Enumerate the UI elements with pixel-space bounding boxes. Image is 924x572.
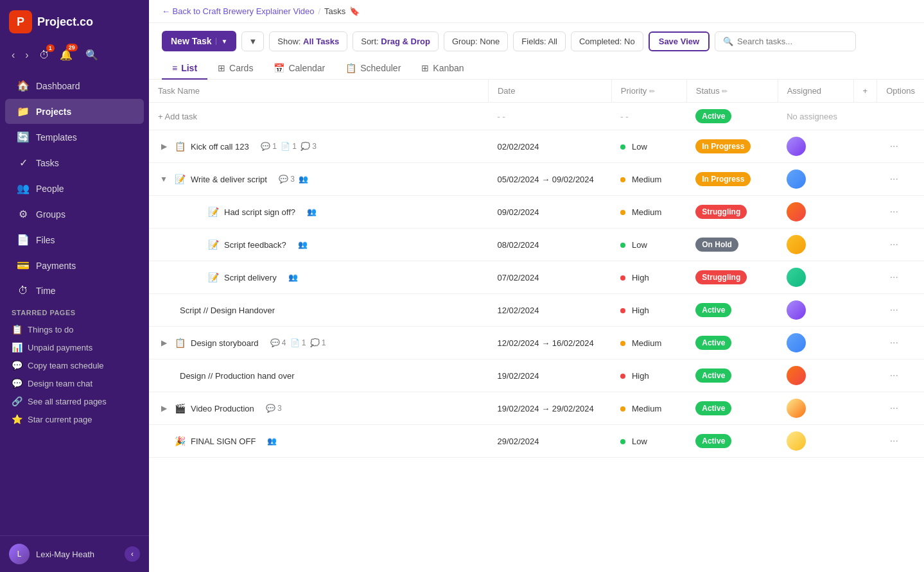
task-table: Task Name Date Priority ✏ Status ✏ Ass — [149, 80, 924, 458]
table-row: 📝 Had script sign off? 👥 09/02/2024 Medi… — [149, 196, 924, 229]
task-icon: 🎉 — [175, 436, 186, 446]
sidebar-item-tasks[interactable]: ✓ Tasks — [5, 150, 144, 175]
row-options-button[interactable]: ··· — [886, 401, 902, 415]
save-view-button[interactable]: Save View — [649, 31, 710, 51]
task-extra-cell — [853, 163, 877, 196]
collapse-sidebar-button[interactable]: ‹ — [125, 546, 140, 562]
task-table-body: + Add task - - - - Active No assignees ▶… — [149, 103, 924, 458]
row-options-button[interactable]: ··· — [886, 139, 902, 153]
sidebar-item-time[interactable]: ⏱ Time — [5, 279, 144, 303]
tab-cards[interactable]: ⊞ Cards — [207, 58, 263, 80]
starred-things-to-do[interactable]: 📋 Things to do — [12, 320, 137, 338]
task-name-cell: ▶ 📋 Design storyboard 💬 4📄 1💭 1 — [149, 327, 488, 360]
bell-notification[interactable]: 🔔 29 — [57, 46, 75, 64]
expand-button[interactable]: ▶ — [158, 337, 170, 349]
tab-scheduler[interactable]: 📋 Scheduler — [335, 58, 411, 80]
starred-see-all[interactable]: 🔗 See all starred pages — [12, 392, 137, 410]
tab-kanban[interactable]: ⊞ Kanban — [411, 58, 474, 80]
unpaid-payments-icon: 📊 — [12, 342, 22, 352]
task-status-cell: Active — [686, 327, 778, 360]
meta-badge: 💬 4 — [270, 338, 286, 347]
timer-notification[interactable]: ⏱ 1 — [37, 47, 52, 64]
add-column-icon[interactable]: + — [863, 86, 868, 96]
task-assigned-cell — [778, 261, 853, 294]
starred-unpaid-payments[interactable]: 📊 Unpaid payments — [12, 338, 137, 356]
date: 08/02/2024 — [497, 240, 539, 250]
fields-button[interactable]: Fields: All — [513, 31, 566, 51]
starred-label-copy-schedule: Copy team schedule — [28, 361, 104, 370]
bookmark-icon: 🔖 — [349, 6, 360, 16]
avatar — [787, 268, 806, 287]
back-nav-button[interactable]: ‹ — [9, 47, 17, 64]
copy-schedule-icon: 💬 — [12, 360, 22, 370]
sidebar-item-people[interactable]: 👥 People — [5, 176, 144, 201]
meta-badge: 👥 — [307, 207, 317, 216]
sidebar-label-time: Time — [36, 286, 56, 296]
group-button[interactable]: Group: None — [444, 31, 508, 51]
new-task-button[interactable]: New Task ▼ — [162, 31, 236, 51]
meta-badge: 💬 3 — [279, 175, 295, 184]
projects-icon: 📁 — [17, 105, 30, 117]
task-priority-cell: High — [611, 360, 686, 392]
row-options-button[interactable]: ··· — [886, 303, 902, 317]
priority-edit-icon[interactable]: ✏ — [649, 87, 655, 95]
sort-button[interactable]: Sort: Drag & Drop — [353, 31, 439, 51]
task-extra-cell — [853, 294, 877, 327]
task-extra-cell — [853, 261, 877, 294]
tab-list[interactable]: ≡ List — [162, 58, 207, 80]
priority-dot — [620, 210, 625, 215]
sidebar-item-groups[interactable]: ⚙ Groups — [5, 202, 144, 227]
completed-button[interactable]: Completed: No — [571, 31, 643, 51]
priority-dot — [620, 275, 625, 281]
expand-button[interactable]: ▶ — [158, 141, 170, 152]
sidebar-item-payments[interactable]: 💳 Payments — [5, 253, 144, 278]
search-button[interactable]: 🔍 — [83, 46, 101, 64]
add-task-status: Active — [686, 103, 778, 130]
search-input[interactable] — [737, 37, 848, 46]
payments-icon: 💳 — [17, 259, 30, 272]
starred-design-team-chat[interactable]: 💬 Design team chat — [12, 374, 137, 392]
add-task-date: - - — [488, 103, 611, 130]
expand-button[interactable]: ▶ — [158, 403, 170, 414]
table-header-row: Task Name Date Priority ✏ Status ✏ Ass — [149, 80, 924, 103]
row-options-button[interactable]: ··· — [886, 434, 902, 448]
col-add[interactable]: + — [853, 80, 877, 103]
add-task-assigned: No assignees — [778, 103, 853, 130]
sidebar-item-templates[interactable]: 🔄 Templates — [5, 125, 144, 150]
status-badge: Active — [695, 368, 731, 383]
starred-star-current[interactable]: ⭐ Star current page — [12, 410, 137, 428]
forward-nav-button[interactable]: › — [22, 47, 31, 64]
timer-badge: 1 — [46, 44, 55, 52]
status-edit-icon[interactable]: ✏ — [722, 87, 728, 95]
show-all-tasks-button[interactable]: Show: All Tasks — [269, 31, 347, 51]
avatar — [787, 235, 806, 254]
sidebar-item-files[interactable]: 📄 Files — [5, 227, 144, 252]
row-options-button[interactable]: ··· — [886, 172, 902, 186]
date: 09/02/2024 — [497, 207, 539, 217]
add-task-cell[interactable]: + Add task — [149, 103, 488, 130]
task-status-cell: Struggling — [686, 196, 778, 229]
breadcrumb-back[interactable]: ← Back to Craft Brewery Explainer Video — [162, 6, 314, 16]
sidebar: P Project.co ‹ › ⏱ 1 🔔 29 🔍 🏠 Dashboard … — [0, 0, 149, 572]
row-options-button[interactable]: ··· — [886, 270, 902, 284]
filter-button[interactable]: ▼ — [241, 31, 264, 51]
row-options-button[interactable]: ··· — [886, 205, 902, 219]
sidebar-item-projects[interactable]: 📁 Projects — [5, 99, 144, 124]
task-priority-cell: Low — [611, 229, 686, 261]
expand-button[interactable]: ▼ — [158, 173, 170, 185]
list-tab-icon: ≡ — [172, 63, 177, 73]
row-options-button[interactable]: ··· — [886, 336, 902, 350]
tab-calendar[interactable]: 📅 Calendar — [263, 58, 335, 80]
avatar — [787, 431, 806, 451]
row-options-button[interactable]: ··· — [886, 368, 902, 383]
people-icon: 👥 — [17, 182, 30, 195]
task-assigned-cell — [778, 392, 853, 425]
sidebar-header: P Project.co — [0, 0, 149, 44]
priority-dot — [620, 177, 625, 182]
starred-copy-team-schedule[interactable]: 💬 Copy team schedule — [12, 356, 137, 374]
priority-dot — [620, 144, 625, 150]
sidebar-item-dashboard[interactable]: 🏠 Dashboard — [5, 73, 144, 98]
row-options-button[interactable]: ··· — [886, 238, 902, 252]
add-task-row: + Add task - - - - Active No assignees — [149, 103, 924, 130]
task-date-cell: 09/02/2024 — [488, 196, 611, 229]
